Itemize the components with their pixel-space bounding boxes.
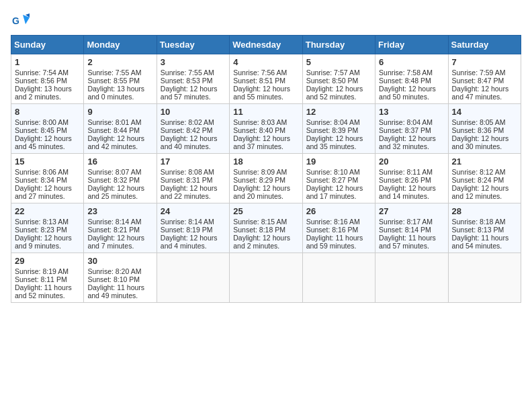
daylight-text: Daylight: 12 hours and 25 minutes. [87,184,152,200]
day-number: 27 [379,206,444,216]
daylight-text: Daylight: 12 hours and 52 minutes. [306,85,371,101]
sunset-text: Sunset: 8:44 PM [87,126,152,134]
daylight-text: Daylight: 12 hours and 55 minutes. [233,85,298,101]
day-number: 29 [15,256,80,266]
sunrise-text: Sunrise: 8:05 AM [452,118,517,126]
calendar-cell: 9Sunrise: 8:01 AMSunset: 8:44 PMDaylight… [84,104,157,154]
sunset-text: Sunset: 8:50 PM [306,77,371,85]
calendar-cell [302,253,375,303]
sunrise-text: Sunrise: 7:55 AM [161,68,226,77]
day-number: 19 [306,156,371,167]
sunrise-text: Sunrise: 7:57 AM [306,68,371,77]
daylight-text: Daylight: 11 hours and 57 minutes. [379,234,444,250]
calendar-cell: 21Sunrise: 8:12 AMSunset: 8:24 PMDayligh… [448,154,521,203]
day-number: 25 [233,206,298,216]
daylight-text: Daylight: 12 hours and 27 minutes. [15,184,80,200]
daylight-text: Daylight: 11 hours and 54 minutes. [452,234,517,250]
sunset-text: Sunset: 8:24 PM [452,176,517,184]
weekday-header-thursday: Thursday [302,36,375,54]
calendar-cell: 13Sunrise: 8:04 AMSunset: 8:37 PMDayligh… [375,104,448,154]
calendar-cell: 6Sunrise: 7:58 AMSunset: 8:48 PMDaylight… [375,54,448,104]
sunrise-text: Sunrise: 8:13 AM [15,218,80,226]
daylight-text: Daylight: 12 hours and 32 minutes. [379,134,444,150]
day-number: 7 [452,57,517,67]
day-number: 14 [452,107,517,117]
calendar-cell: 14Sunrise: 8:05 AMSunset: 8:36 PMDayligh… [448,104,521,154]
calendar-week-4: 22Sunrise: 8:13 AMSunset: 8:23 PMDayligh… [11,203,521,253]
calendar-week-1: 1Sunrise: 7:54 AMSunset: 8:56 PMDaylight… [11,54,521,104]
sunrise-text: Sunrise: 8:03 AM [233,118,298,126]
sunrise-text: Sunrise: 8:20 AM [87,267,152,275]
calendar-cell: 25Sunrise: 8:15 AMSunset: 8:18 PMDayligh… [230,203,302,253]
day-number: 16 [87,156,152,167]
calendar-cell: 22Sunrise: 8:13 AMSunset: 8:23 PMDayligh… [11,203,84,253]
sunrise-text: Sunrise: 8:12 AM [452,168,517,176]
sunset-text: Sunset: 8:55 PM [87,77,152,85]
day-number: 22 [15,206,80,216]
daylight-text: Daylight: 12 hours and 17 minutes. [306,184,371,200]
calendar-cell [448,253,521,303]
sunrise-text: Sunrise: 8:16 AM [306,218,371,226]
daylight-text: Daylight: 13 hours and 2 minutes. [15,85,80,101]
calendar-cell: 17Sunrise: 8:08 AMSunset: 8:31 PMDayligh… [157,154,229,203]
calendar-body: 1Sunrise: 7:54 AMSunset: 8:56 PMDaylight… [11,54,521,303]
sunrise-text: Sunrise: 8:07 AM [87,168,152,176]
calendar-header-row: SundayMondayTuesdayWednesdayThursdayFrid… [11,36,521,54]
daylight-text: Daylight: 12 hours and 45 minutes. [15,134,80,150]
daylight-text: Daylight: 12 hours and 9 minutes. [15,234,80,250]
daylight-text: Daylight: 12 hours and 12 minutes. [452,184,517,200]
sunset-text: Sunset: 8:26 PM [379,176,444,184]
sunset-text: Sunset: 8:23 PM [15,226,80,234]
sunrise-text: Sunrise: 8:04 AM [379,118,444,126]
sunrise-text: Sunrise: 8:01 AM [87,118,152,126]
calendar-cell: 20Sunrise: 8:11 AMSunset: 8:26 PMDayligh… [375,154,448,203]
day-number: 10 [161,107,226,117]
day-number: 13 [379,107,444,117]
day-number: 21 [452,156,517,167]
svg-text:G: G [12,15,19,26]
daylight-text: Daylight: 12 hours and 37 minutes. [233,134,298,150]
logo-icon: G [11,11,30,30]
sunset-text: Sunset: 8:56 PM [15,77,80,85]
daylight-text: Daylight: 13 hours and 0 minutes. [87,85,152,101]
calendar-cell: 4Sunrise: 7:56 AMSunset: 8:51 PMDaylight… [230,54,302,104]
sunset-text: Sunset: 8:21 PM [87,226,152,234]
weekday-header-friday: Friday [375,36,448,54]
daylight-text: Daylight: 12 hours and 22 minutes. [161,184,226,200]
calendar-cell: 8Sunrise: 8:00 AMSunset: 8:45 PMDaylight… [11,104,84,154]
sunset-text: Sunset: 8:18 PM [233,226,298,234]
daylight-text: Daylight: 12 hours and 40 minutes. [161,134,226,150]
sunrise-text: Sunrise: 7:59 AM [452,68,517,77]
weekday-header-wednesday: Wednesday [230,36,302,54]
sunset-text: Sunset: 8:42 PM [161,126,226,134]
sunset-text: Sunset: 8:40 PM [233,126,298,134]
sunrise-text: Sunrise: 8:14 AM [87,218,152,226]
sunrise-text: Sunrise: 8:10 AM [306,168,371,176]
day-number: 1 [15,57,80,67]
sunrise-text: Sunrise: 8:18 AM [452,218,517,226]
sunrise-text: Sunrise: 8:14 AM [161,218,226,226]
day-number: 30 [87,256,152,266]
sunset-text: Sunset: 8:14 PM [379,226,444,234]
calendar-cell: 2Sunrise: 7:55 AMSunset: 8:55 PMDaylight… [84,54,157,104]
sunrise-text: Sunrise: 7:56 AM [233,68,298,77]
day-number: 4 [233,57,298,67]
day-number: 17 [161,156,226,167]
calendar-cell: 27Sunrise: 8:17 AMSunset: 8:14 PMDayligh… [375,203,448,253]
sunset-text: Sunset: 8:27 PM [306,176,371,184]
calendar-cell: 28Sunrise: 8:18 AMSunset: 8:13 PMDayligh… [448,203,521,253]
sunrise-text: Sunrise: 7:54 AM [15,68,80,77]
daylight-text: Daylight: 12 hours and 35 minutes. [306,134,371,150]
sunset-text: Sunset: 8:36 PM [452,126,517,134]
logo: G [11,11,32,30]
sunset-text: Sunset: 8:39 PM [306,126,371,134]
sunrise-text: Sunrise: 8:19 AM [15,267,80,275]
weekday-header-sunday: Sunday [11,36,84,54]
sunset-text: Sunset: 8:16 PM [306,226,371,234]
calendar-cell: 11Sunrise: 8:03 AMSunset: 8:40 PMDayligh… [230,104,302,154]
day-number: 11 [233,107,298,117]
calendar-cell [375,253,448,303]
day-number: 3 [161,57,226,67]
calendar-week-3: 15Sunrise: 8:06 AMSunset: 8:34 PMDayligh… [11,154,521,203]
calendar-week-5: 29Sunrise: 8:19 AMSunset: 8:11 PMDayligh… [11,253,521,303]
